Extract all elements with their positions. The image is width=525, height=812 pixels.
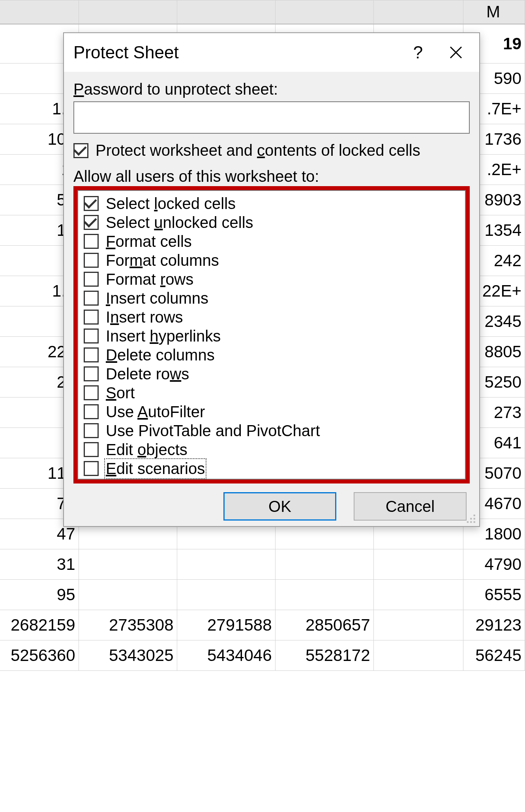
app-stage: M519759081.5.7E+8101173681..2E+357890311… (0, 0, 525, 812)
permission-label: Delete columns (106, 346, 215, 364)
permission-option[interactable]: Format columns (81, 251, 463, 270)
svg-rect-3 (474, 518, 475, 519)
permission-label: Format rows (106, 271, 193, 288)
svg-rect-6 (470, 521, 472, 523)
permission-label: Use PivotTable and PivotChart (106, 422, 320, 440)
permission-label: Format columns (106, 252, 219, 269)
protect-contents-row[interactable]: Protect worksheet and contents of locked… (73, 141, 470, 160)
permission-checkbox[interactable] (84, 253, 99, 268)
cell[interactable]: 6555 (463, 580, 525, 610)
permission-option[interactable]: Use PivotTable and PivotChart (81, 421, 463, 440)
permission-checkbox[interactable] (84, 196, 99, 211)
permission-checkbox[interactable] (84, 404, 99, 419)
cell[interactable] (373, 640, 463, 671)
permission-option[interactable]: Select locked cells (81, 194, 463, 213)
cell[interactable]: 2850657 (275, 610, 373, 640)
protect-contents-checkbox[interactable] (73, 143, 88, 158)
permission-option[interactable]: Sort (81, 383, 463, 402)
permission-option[interactable]: Format cells (81, 232, 463, 251)
resize-grip-icon[interactable] (466, 513, 477, 525)
svg-rect-2 (474, 515, 475, 516)
cell[interactable]: 5528172 (275, 640, 373, 671)
cell[interactable]: 31 (0, 549, 79, 580)
cancel-button[interactable]: Cancel (354, 492, 467, 521)
permission-option[interactable]: Use AutoFilter (81, 402, 463, 421)
permission-option[interactable]: Insert rows (81, 308, 463, 327)
permission-checkbox[interactable] (84, 310, 99, 325)
help-button[interactable]: ? (400, 39, 436, 66)
svg-rect-7 (467, 521, 469, 523)
permission-checkbox[interactable] (84, 329, 99, 343)
permission-option[interactable]: Delete columns (81, 345, 463, 364)
permission-checkbox[interactable] (84, 461, 99, 476)
cell[interactable]: 2682159 (0, 610, 79, 640)
question-icon: ? (413, 43, 423, 62)
permission-label: Use AutoFilter (106, 403, 205, 421)
permission-checkbox[interactable] (84, 385, 99, 400)
cell[interactable]: 4790 (463, 549, 525, 580)
protect-sheet-dialog: Protect Sheet ? Password to unprotect sh… (63, 32, 480, 527)
permission-label: Edit objects (106, 441, 188, 459)
cell[interactable] (79, 549, 177, 580)
permission-option[interactable]: Edit scenarios (81, 459, 463, 478)
close-icon (449, 45, 463, 60)
dialog-button-row: OK Cancel (73, 492, 470, 521)
cell[interactable]: 29123 (463, 610, 525, 640)
permission-checkbox[interactable] (84, 272, 99, 287)
permission-checkbox[interactable] (84, 366, 99, 381)
permission-label: Select locked cells (106, 195, 236, 213)
cell[interactable] (275, 549, 373, 580)
permission-option[interactable]: Format rows (81, 270, 463, 289)
dialog-titlebar[interactable]: Protect Sheet ? (64, 33, 479, 72)
cell[interactable] (177, 549, 275, 580)
cell[interactable] (373, 580, 463, 610)
cell[interactable]: 95 (0, 580, 79, 610)
cell[interactable] (373, 610, 463, 640)
svg-rect-4 (470, 518, 472, 519)
permissions-listbox[interactable]: Select locked cellsSelect unlocked cells… (77, 190, 466, 480)
permission-checkbox[interactable] (84, 215, 99, 230)
permission-checkbox[interactable] (84, 291, 99, 306)
permission-label: Select unlocked cells (106, 214, 253, 231)
cell[interactable] (79, 580, 177, 610)
dialog-title: Protect Sheet (73, 43, 398, 62)
permission-option[interactable]: Edit objects (81, 440, 463, 459)
password-label: Password to unprotect sheet: (73, 80, 470, 98)
permission-label: Insert rows (106, 308, 183, 326)
cell[interactable] (177, 580, 275, 610)
password-input[interactable] (73, 101, 470, 134)
cell[interactable] (275, 580, 373, 610)
protect-contents-label: Protect worksheet and contents of locked… (96, 141, 420, 160)
permission-checkbox[interactable] (84, 423, 99, 438)
highlight-annotation: Select locked cellsSelect unlocked cells… (73, 186, 470, 483)
permission-checkbox[interactable] (84, 347, 99, 362)
cell[interactable]: 2791588 (177, 610, 275, 640)
svg-rect-5 (474, 521, 475, 523)
allow-users-label: Allow all users of this worksheet to: (73, 168, 470, 185)
permission-label: Delete rows (106, 365, 189, 383)
cell[interactable]: 5256360 (0, 640, 79, 671)
ok-button[interactable]: OK (223, 492, 336, 521)
permission-label: Sort (106, 384, 135, 402)
cell[interactable] (373, 549, 463, 580)
permission-option[interactable]: Delete rows (81, 364, 463, 383)
cell[interactable]: 56245 (463, 640, 525, 671)
cell[interactable]: 5434046 (177, 640, 275, 671)
cell[interactable]: 5343025 (79, 640, 177, 671)
permission-label: Edit scenarios (106, 460, 205, 478)
close-button[interactable] (438, 39, 474, 66)
permission-checkbox[interactable] (84, 442, 99, 457)
permission-label: Format cells (106, 233, 192, 250)
permission-option[interactable]: Select unlocked cells (81, 213, 463, 232)
permission-option[interactable]: Insert columns (81, 289, 463, 308)
cell[interactable]: 2735308 (79, 610, 177, 640)
dialog-body: Password to unprotect sheet: Protect wor… (64, 72, 479, 526)
permission-label: Insert hyperlinks (106, 327, 221, 345)
permission-checkbox[interactable] (84, 234, 99, 249)
permission-label: Insert columns (106, 289, 208, 307)
permission-option[interactable]: Insert hyperlinks (81, 327, 463, 345)
